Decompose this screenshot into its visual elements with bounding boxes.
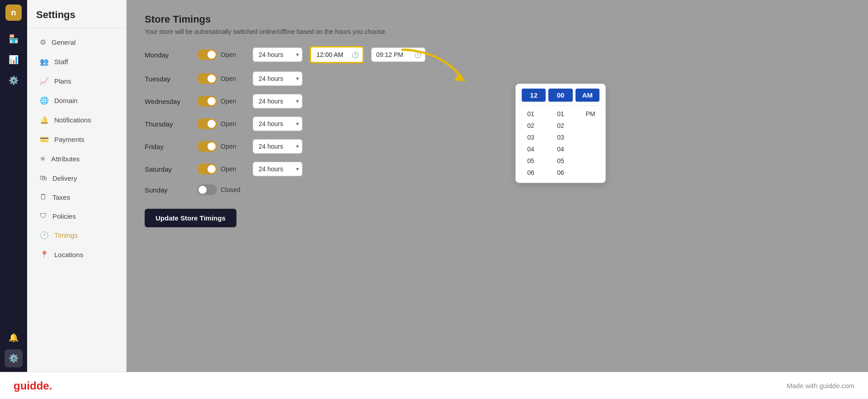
sidebar-item-label: Delivery: [52, 174, 77, 182]
friday-toggle[interactable]: [197, 141, 217, 152]
icon-bar-chart[interactable]: 📊: [5, 51, 23, 69]
tuesday-toggle-knob: [208, 75, 216, 83]
saturday-status: Open: [221, 165, 245, 173]
picker-minute-col: 01 02 03 04 05 06: [546, 108, 576, 178]
sidebar-item-payments[interactable]: 💳 Payments: [31, 130, 123, 149]
sidebar-item-label: Timings: [54, 231, 78, 239]
picker-period-header[interactable]: AM: [576, 89, 599, 102]
monday-end-time-value: 09:12 PM: [376, 51, 403, 58]
sidebar-item-plans[interactable]: 📈 Plans: [31, 72, 123, 90]
wednesday-toggle[interactable]: [197, 96, 217, 107]
day-row-thursday: Thursday Open 24 hours Custom: [145, 117, 850, 131]
thursday-toggle[interactable]: [197, 118, 217, 129]
wednesday-hours-select[interactable]: 24 hours Custom: [253, 94, 302, 108]
icon-bar: n 🏪 📊 ⚙️ 🔔 ⚙️: [0, 0, 27, 372]
picker-minute-06[interactable]: 06: [547, 167, 574, 178]
monday-hours-select-wrap: 24 hours Custom: [253, 47, 302, 62]
day-label-thursday: Thursday: [145, 120, 190, 128]
day-row-saturday: Saturday Open 24 hours Custom: [145, 162, 850, 176]
sidebar-item-policies[interactable]: 🛡 Policies: [31, 207, 123, 225]
picker-minute-05[interactable]: 05: [547, 155, 574, 166]
friday-status: Open: [221, 143, 245, 150]
monday-toggle[interactable]: [197, 49, 217, 60]
monday-hours-select[interactable]: 24 hours Custom: [253, 47, 302, 62]
sidebar-item-domain[interactable]: 🌐 Domain: [31, 91, 123, 110]
sidebar-item-label: Taxes: [52, 193, 70, 201]
day-row-sunday: Sunday Closed: [145, 184, 850, 195]
monday-toggle-wrap: Open: [197, 49, 245, 60]
staff-icon: 👥: [40, 57, 49, 66]
sidebar-item-timings[interactable]: 🕐 Timings: [31, 226, 123, 244]
sunday-toggle[interactable]: [197, 184, 217, 195]
icon-bar-gear[interactable]: ⚙️: [5, 349, 23, 367]
section-title: Store Timings: [145, 14, 850, 25]
saturday-toggle[interactable]: [197, 164, 217, 174]
picker-minute-02[interactable]: 02: [547, 120, 574, 131]
picker-hour-01[interactable]: 01: [518, 108, 544, 119]
friday-hours-select[interactable]: 24 hours Custom: [253, 139, 302, 154]
picker-hour-03[interactable]: 03: [518, 132, 544, 143]
monday-start-time-highlight: 🕐: [310, 46, 364, 63]
picker-hour-06[interactable]: 06: [518, 167, 544, 178]
day-row-tuesday: Tuesday Open 24 hours Custom: [145, 71, 850, 86]
picker-minute-header[interactable]: 00: [548, 89, 572, 102]
sidebar-item-label: Attributes: [51, 155, 80, 163]
monday-toggle-knob: [208, 51, 216, 59]
thursday-hours-select[interactable]: 24 hours Custom: [253, 117, 302, 131]
thursday-status: Open: [221, 120, 245, 127]
picker-hour-05[interactable]: 05: [518, 155, 544, 166]
icon-bar-notifications[interactable]: 🔔: [5, 329, 23, 347]
footer: guidde. Made with guidde.com: [0, 372, 868, 399]
picker-minute-04[interactable]: 04: [547, 144, 574, 155]
timings-icon: 🕐: [40, 231, 49, 239]
sidebar-header: Settings: [27, 0, 126, 28]
sidebar: Settings ⚙ General 👥 Staff 📈 Plans 🌐 Dom…: [27, 0, 127, 372]
saturday-hours-wrap: 24 hours Custom: [253, 162, 302, 176]
sidebar-item-locations[interactable]: 📍 Locations: [31, 245, 123, 264]
sidebar-item-label: General: [52, 38, 75, 46]
picker-hour-header[interactable]: 12: [522, 89, 546, 102]
clock-icon-start: 🕐: [352, 52, 359, 58]
saturday-toggle-knob: [208, 165, 216, 173]
day-row-monday: Monday Open 24 hours Custom 🕐 09:12 PM: [145, 46, 850, 63]
picker-hour-02[interactable]: 02: [518, 120, 544, 131]
policies-icon: 🛡: [40, 212, 47, 220]
wednesday-status: Open: [221, 98, 245, 105]
sidebar-item-label: Payments: [54, 136, 85, 143]
saturday-hours-select[interactable]: 24 hours Custom: [253, 162, 302, 176]
day-label-saturday: Saturday: [145, 165, 190, 173]
monday-end-time[interactable]: 09:12 PM 🕐: [371, 47, 425, 62]
icon-bar-settings[interactable]: ⚙️: [5, 71, 23, 89]
icon-bar-store[interactable]: 🏪: [5, 30, 23, 48]
picker-columns: 01 02 03 04 05 06 01 02 03 04 05 06: [516, 108, 605, 178]
day-label-friday: Friday: [145, 143, 190, 150]
sidebar-nav: ⚙ General 👥 Staff 📈 Plans 🌐 Domain 🔔 Not…: [27, 28, 126, 372]
day-row-wednesday: Wednesday Open 24 hours Custom: [145, 94, 850, 108]
thursday-toggle-knob: [208, 120, 216, 128]
sunday-status: Closed: [221, 186, 245, 193]
picker-minute-01[interactable]: 01: [547, 108, 574, 119]
time-picker-dropdown: 12 00 AM 01 02 03 04 05 06 01 02: [515, 84, 606, 183]
tuesday-status: Open: [221, 75, 245, 82]
sidebar-item-notifications[interactable]: 🔔 Notifications: [31, 111, 123, 129]
app-logo[interactable]: n: [5, 5, 22, 21]
tuesday-toggle[interactable]: [197, 73, 217, 84]
saturday-toggle-wrap: Open: [197, 164, 245, 174]
attributes-icon: ✳: [40, 155, 46, 163]
picker-minute-03[interactable]: 03: [547, 132, 574, 143]
delivery-icon: 🛍: [40, 174, 47, 182]
sidebar-item-attributes[interactable]: ✳ Attributes: [31, 150, 123, 168]
notifications-icon: 🔔: [40, 116, 49, 124]
locations-icon: 📍: [40, 250, 49, 259]
sidebar-item-taxes[interactable]: 🗒 Taxes: [31, 188, 123, 206]
sidebar-item-general[interactable]: ⚙ General: [31, 33, 123, 52]
wednesday-toggle-wrap: Open: [197, 96, 245, 107]
sidebar-item-delivery[interactable]: 🛍 Delivery: [31, 169, 123, 187]
picker-period-pm[interactable]: PM: [577, 108, 604, 119]
update-store-timings-button[interactable]: Update Store Timings: [145, 209, 236, 227]
picker-hour-col: 01 02 03 04 05 06: [516, 108, 546, 178]
payments-icon: 💳: [40, 135, 49, 144]
tuesday-hours-select[interactable]: 24 hours Custom: [253, 71, 302, 86]
sidebar-item-staff[interactable]: 👥 Staff: [31, 52, 123, 71]
picker-hour-04[interactable]: 04: [518, 144, 544, 155]
